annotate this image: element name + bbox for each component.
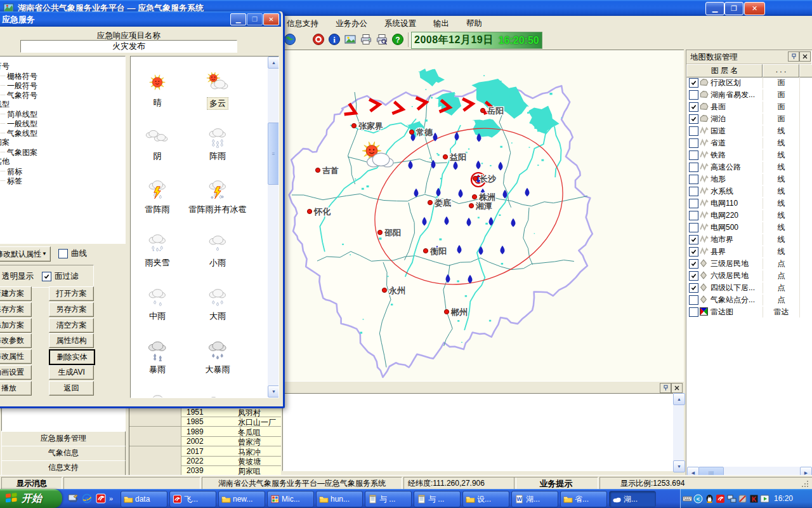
sidebar-listbox[interactable]	[1, 406, 126, 431]
taskbar-button-5[interactable]: 与 ...	[365, 491, 412, 507]
taskbar-button-10[interactable]: 湖...	[609, 491, 656, 507]
info-icon[interactable]: i	[327, 32, 341, 46]
qq-icon[interactable]	[705, 494, 714, 504]
transparent-checkbox[interactable]: 透明显示	[0, 271, 34, 282]
weather-symbol-大雨[interactable]: 大雨	[183, 275, 252, 322]
dialog-button-修改属性[interactable]: 修改属性	[0, 349, 32, 364]
dialog-close-button[interactable]: ✕	[263, 13, 279, 25]
layer-row-国道[interactable]: 国道 线	[686, 124, 811, 137]
sidebar-item-气象信息[interactable]: 气象信息	[1, 446, 126, 461]
layer-row-县界[interactable]: 县界 线	[686, 245, 811, 257]
layer-row-行政区划[interactable]: 行政区划 面	[686, 76, 811, 88]
player-icon[interactable]	[760, 494, 769, 504]
layer-checkbox[interactable]	[689, 295, 698, 305]
layer-checkbox[interactable]	[689, 247, 698, 257]
dialog-button-另存方案[interactable]: 另存方案	[49, 302, 94, 317]
weather-symbol-partial-12[interactable]	[132, 382, 183, 398]
bottom-panel-vscrollbar[interactable]: ▲ ▼	[673, 393, 684, 471]
tree-item-2[interactable]: 一般符号	[0, 81, 125, 90]
taskbar-button-2[interactable]: new...	[218, 491, 265, 507]
layer-checkbox[interactable]	[689, 199, 698, 208]
checkbox-icon[interactable]	[58, 249, 68, 258]
layer-row-电网500[interactable]: 电网500 线	[686, 221, 811, 233]
scroll-up-icon[interactable]: ▲	[673, 393, 685, 405]
weather-symbol-panel[interactable]: 晴多云阴阵雨雷阵雨雷阵雨并有冰雹**雨夹雪小雨中雨大雨暴雨大暴雨 ▲ ≡ ▼	[130, 56, 279, 398]
dialog-maximize-button[interactable]: ❐	[247, 13, 263, 25]
dock-icon[interactable]: <	[693, 494, 703, 504]
weather-symbol-小雨[interactable]: 小雨	[183, 222, 252, 269]
table-row[interactable]: 1985 水口山一厂	[129, 417, 281, 427]
face-filter-checkbox[interactable]: 面过滤	[42, 271, 79, 282]
tray-clock[interactable]: 16:20	[774, 494, 793, 503]
layer-checkbox[interactable]	[689, 102, 698, 112]
dialog-button-返回[interactable]: 返回	[49, 381, 94, 396]
taskbar-button-9[interactable]: 省...	[560, 491, 607, 507]
tree-item-5[interactable]: 简单线型	[0, 109, 125, 119]
menu-item-1[interactable]: 业务办公	[336, 16, 367, 29]
weather-symbol-暴雨[interactable]: 暴雨	[132, 328, 183, 375]
layer-checkbox[interactable]	[689, 78, 698, 88]
weather-symbol-雷阵雨[interactable]: 雷阵雨	[132, 168, 183, 215]
scroll-up-icon[interactable]: ▲	[268, 57, 279, 69]
symbol-tree-panel[interactable]: 符号栅格符号一般符号气象符号线型简单线型一般线型气象线型图案气象图案其他箭标标签	[0, 56, 126, 244]
weather-symbol-多云[interactable]: 多云	[183, 62, 252, 110]
menu-item-4[interactable]: 帮助	[466, 16, 482, 29]
tree-item-6[interactable]: 一般线型	[0, 119, 125, 128]
close-panel-icon[interactable]	[799, 51, 811, 62]
layer-row-湖南省易发...[interactable]: 湖南省易发... 面	[686, 88, 811, 100]
layer-checkbox[interactable]	[689, 307, 698, 317]
show-desktop-icon[interactable]	[67, 493, 79, 504]
dialog-button-播放[interactable]: 播放	[0, 381, 32, 396]
start-button[interactable]: 开始	[0, 489, 62, 508]
layer-checkbox[interactable]	[689, 175, 698, 184]
taskbar-button-6[interactable]: 与 ...	[414, 491, 461, 507]
tree-item-0[interactable]: 符号	[0, 62, 125, 71]
pin-icon[interactable]	[788, 51, 799, 62]
layer-col-name[interactable]: 图 层 名	[686, 64, 763, 77]
map-canvas[interactable]: 张家界常德岳阳吉首益阳长沙株洲湘潭娄底怀化邵阳衡阳永州郴州	[281, 50, 685, 382]
layer-row-高速公路[interactable]: 高速公路 线	[686, 161, 811, 173]
layer-checkbox[interactable]	[689, 271, 698, 281]
help-icon[interactable]: ?	[391, 32, 405, 46]
dialog-button-修改参数[interactable]: 修改参数	[0, 333, 32, 348]
dialog-button-清空方案[interactable]: 清空方案	[49, 318, 94, 333]
table-row[interactable]: 1989 冬瓜咀	[129, 427, 281, 437]
scroll-down-icon[interactable]: ▼	[268, 385, 279, 398]
layer-row-三级居民地[interactable]: 三级居民地 点	[686, 257, 811, 269]
table-row[interactable]: 2039 周家咀	[129, 465, 281, 476]
weather-symbol-雨夹雪[interactable]: **雨夹雪	[132, 222, 183, 269]
tree-item-11[interactable]: 箭标	[0, 166, 125, 176]
taskbar-button-1[interactable]: 飞...	[169, 491, 216, 507]
tree-item-10[interactable]: 其他	[0, 157, 125, 166]
weather-symbol-阵雨[interactable]: 阵雨	[183, 115, 252, 162]
table-row[interactable]: 2022 黄坡塘	[129, 456, 281, 466]
layer-row-四级以下居...[interactable]: 四级以下居... 点	[686, 281, 811, 293]
checkbox-icon[interactable]	[42, 272, 51, 281]
quick-launch-overflow-icon[interactable]: »	[109, 495, 113, 502]
globe-icon[interactable]	[283, 32, 297, 46]
layer-checkbox[interactable]	[689, 235, 698, 244]
stop-icon[interactable]	[311, 32, 325, 46]
audio-muted-icon[interactable]	[738, 494, 747, 504]
dialog-minimize-button[interactable]: ▁	[230, 13, 246, 25]
weather-symbol-中雨[interactable]: 中雨	[132, 275, 183, 322]
tree-item-3[interactable]: 气象符号	[0, 90, 125, 100]
layer-checkbox[interactable]	[689, 211, 698, 220]
layer-row-县面[interactable]: 县面 面	[686, 100, 811, 112]
tree-item-8[interactable]: 图案	[0, 138, 125, 147]
fetion-tray-icon[interactable]	[716, 494, 725, 504]
tree-item-12[interactable]: 标签	[0, 176, 125, 185]
dialog-button-添加方案[interactable]: 添加方案	[0, 318, 32, 333]
menu-item-2[interactable]: 系统设置	[384, 16, 416, 29]
vscroll-thumb[interactable]: ≡	[268, 123, 279, 185]
layer-row-六级居民地[interactable]: 六级居民地 点	[686, 269, 811, 281]
menu-item-3[interactable]: 输出	[433, 16, 449, 29]
taskbar-button-4[interactable]: hun...	[316, 491, 363, 507]
minimize-button[interactable]: ▁	[705, 2, 724, 15]
menu-item-0[interactable]: 信息支持	[287, 16, 318, 29]
layer-checkbox[interactable]	[689, 259, 698, 269]
tree-item-7[interactable]: 气象线型	[0, 128, 125, 138]
keyboard-icon[interactable]	[683, 494, 692, 504]
dialog-button-保存方案[interactable]: 保存方案	[0, 302, 32, 317]
weather-symbol-大暴雨[interactable]: 大暴雨	[183, 328, 252, 375]
